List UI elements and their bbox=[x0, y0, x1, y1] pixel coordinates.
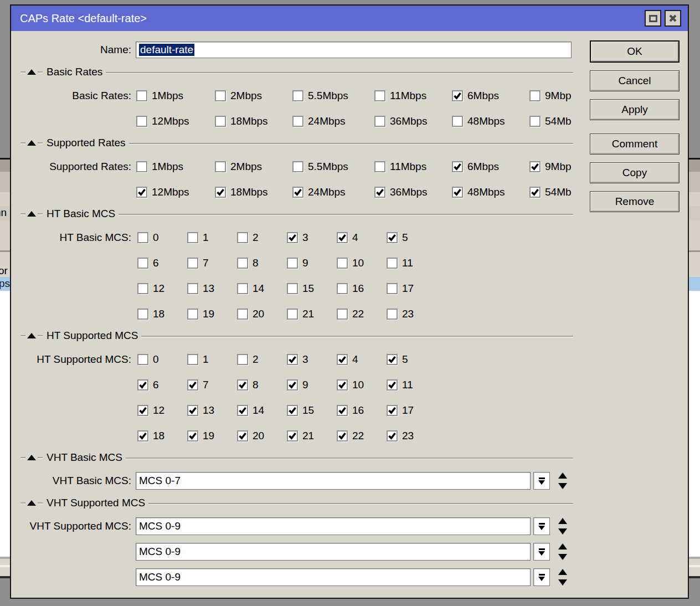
vht-supported-mcs-updown-control-1[interactable] bbox=[557, 518, 568, 535]
copy-button[interactable]: Copy bbox=[590, 162, 680, 183]
section-header-ht-supported-mcs[interactable]: HT Supported MCS bbox=[19, 330, 573, 341]
checkbox-supported-rates-18Mbps[interactable] bbox=[215, 187, 226, 198]
close-button[interactable] bbox=[665, 10, 681, 27]
checkbox-supported-rates-2Mbps[interactable] bbox=[215, 161, 226, 172]
checkbox-ht-basic-mcs-16[interactable] bbox=[337, 283, 348, 294]
collapse-arrow-icon[interactable] bbox=[27, 500, 36, 506]
checkbox-ht-supported-mcs-5[interactable] bbox=[387, 354, 398, 365]
vht-supported-mcs-field-2[interactable]: MCS 0-9 bbox=[136, 543, 531, 561]
checkbox-ht-supported-mcs-23[interactable] bbox=[387, 430, 398, 441]
checkbox-ht-supported-mcs-7[interactable] bbox=[187, 379, 198, 391]
checkbox-ht-basic-mcs-3[interactable] bbox=[287, 232, 298, 243]
checkbox-basic-rates-6Mbps[interactable] bbox=[452, 90, 463, 101]
checkbox-ht-supported-mcs-19[interactable] bbox=[187, 430, 198, 441]
vht-supported-mcs-field-1[interactable]: MCS 0-9 bbox=[136, 517, 531, 535]
checkbox-ht-supported-mcs-6[interactable] bbox=[137, 379, 148, 391]
section-header-ht-basic-mcs[interactable]: HT Basic MCS bbox=[19, 208, 573, 219]
cancel-button[interactable]: Cancel bbox=[590, 70, 680, 91]
vht-supported-mcs-dropdown-button-1[interactable] bbox=[533, 517, 550, 535]
checkbox-ht-basic-mcs-4[interactable] bbox=[337, 232, 348, 243]
checkbox-supported-rates-36Mbps[interactable] bbox=[374, 187, 385, 198]
checkbox-supported-rates-11Mbps[interactable] bbox=[374, 161, 385, 172]
collapse-arrow-icon[interactable] bbox=[27, 140, 36, 146]
checkbox-ht-supported-mcs-9[interactable] bbox=[287, 379, 298, 391]
checkbox-ht-basic-mcs-22[interactable] bbox=[337, 309, 348, 320]
checkbox-ht-supported-mcs-20[interactable] bbox=[237, 430, 248, 441]
vht-basic-mcs-updown-control[interactable] bbox=[557, 473, 568, 489]
section-header-vht-supported[interactable]: VHT Supported MCS bbox=[19, 497, 573, 509]
checkbox-supported-rates-5.5Mbps[interactable] bbox=[292, 161, 303, 172]
checkbox-ht-basic-mcs-0[interactable] bbox=[137, 232, 148, 243]
checkbox-ht-basic-mcs-6[interactable] bbox=[137, 258, 148, 269]
checkbox-ht-basic-mcs-20[interactable] bbox=[237, 309, 248, 320]
checkbox-supported-rates-1Mbps[interactable] bbox=[136, 161, 147, 172]
comment-button[interactable]: Comment bbox=[590, 133, 680, 155]
checkbox-ht-basic-mcs-5[interactable] bbox=[387, 232, 398, 243]
collapse-arrow-icon[interactable] bbox=[27, 333, 36, 338]
collapse-arrow-icon[interactable] bbox=[27, 211, 36, 217]
checkbox-ht-supported-mcs-1[interactable] bbox=[187, 354, 198, 365]
checkbox-basic-rates-9Mbp[interactable] bbox=[529, 90, 541, 101]
checkbox-basic-rates-11Mbps[interactable] bbox=[374, 90, 385, 101]
collapse-arrow-icon[interactable] bbox=[27, 69, 36, 75]
checkbox-basic-rates-48Mbps[interactable] bbox=[452, 116, 463, 127]
checkbox-ht-basic-mcs-13[interactable] bbox=[187, 283, 198, 294]
checkbox-ht-basic-mcs-12[interactable] bbox=[137, 283, 148, 294]
name-input[interactable]: default-rate bbox=[136, 42, 572, 58]
checkbox-basic-rates-18Mbps[interactable] bbox=[215, 116, 226, 127]
vht-basic-mcs-dropdown-button[interactable] bbox=[533, 472, 550, 490]
checkbox-basic-rates-2Mbps[interactable] bbox=[215, 90, 226, 101]
vht-supported-mcs-dropdown-button-2[interactable] bbox=[533, 543, 550, 561]
checkbox-ht-basic-mcs-21[interactable] bbox=[287, 309, 298, 320]
checkbox-ht-supported-mcs-3[interactable] bbox=[287, 354, 298, 365]
checkbox-ht-basic-mcs-18[interactable] bbox=[137, 309, 148, 320]
checkbox-ht-basic-mcs-17[interactable] bbox=[387, 283, 398, 294]
checkbox-basic-rates-24Mbps[interactable] bbox=[292, 116, 303, 127]
checkbox-ht-basic-mcs-9[interactable] bbox=[287, 258, 298, 269]
checkbox-supported-rates-54Mb[interactable] bbox=[529, 187, 541, 198]
checkbox-ht-basic-mcs-19[interactable] bbox=[187, 309, 198, 320]
checkbox-ht-basic-mcs-14[interactable] bbox=[237, 283, 248, 294]
apply-button[interactable]: Apply bbox=[590, 99, 680, 120]
checkbox-ht-supported-mcs-0[interactable] bbox=[137, 354, 148, 365]
checkbox-ht-supported-mcs-10[interactable] bbox=[337, 379, 348, 391]
checkbox-ht-supported-mcs-18[interactable] bbox=[137, 430, 148, 441]
checkbox-ht-basic-mcs-15[interactable] bbox=[287, 283, 298, 294]
section-header-vht-basic[interactable]: VHT Basic MCS bbox=[19, 452, 573, 463]
checkbox-supported-rates-9Mbp[interactable] bbox=[529, 161, 541, 172]
titlebar[interactable]: CAPs Rate <default-rate> bbox=[11, 6, 688, 31]
checkbox-ht-supported-mcs-2[interactable] bbox=[237, 354, 248, 365]
checkbox-ht-supported-mcs-12[interactable] bbox=[137, 405, 148, 416]
remove-button[interactable]: Remove bbox=[590, 191, 680, 212]
checkbox-ht-basic-mcs-23[interactable] bbox=[387, 309, 398, 320]
checkbox-ht-supported-mcs-11[interactable] bbox=[387, 379, 398, 391]
checkbox-ht-supported-mcs-17[interactable] bbox=[387, 405, 398, 416]
vht-supported-mcs-updown-control-3[interactable] bbox=[557, 569, 568, 586]
checkbox-ht-supported-mcs-14[interactable] bbox=[237, 405, 248, 416]
checkbox-supported-rates-6Mbps[interactable] bbox=[452, 161, 463, 172]
checkbox-basic-rates-12Mbps[interactable] bbox=[136, 116, 147, 127]
collapse-arrow-icon[interactable] bbox=[27, 455, 36, 460]
vht-basic-mcs-field[interactable]: MCS 0-7 bbox=[136, 472, 531, 490]
checkbox-supported-rates-24Mbps[interactable] bbox=[292, 187, 303, 198]
vht-supported-mcs-field-3[interactable]: MCS 0-9 bbox=[136, 568, 531, 586]
section-header-basic-rates[interactable]: Basic Rates bbox=[19, 66, 573, 78]
checkbox-ht-basic-mcs-7[interactable] bbox=[187, 258, 198, 269]
checkbox-ht-supported-mcs-15[interactable] bbox=[287, 405, 298, 416]
checkbox-ht-basic-mcs-10[interactable] bbox=[337, 258, 348, 269]
checkbox-ht-basic-mcs-8[interactable] bbox=[237, 258, 248, 269]
checkbox-supported-rates-12Mbps[interactable] bbox=[136, 187, 147, 198]
checkbox-basic-rates-36Mbps[interactable] bbox=[374, 116, 385, 127]
checkbox-ht-basic-mcs-11[interactable] bbox=[387, 258, 398, 269]
checkbox-ht-basic-mcs-2[interactable] bbox=[237, 232, 248, 243]
checkbox-ht-supported-mcs-16[interactable] bbox=[337, 405, 348, 416]
checkbox-ht-supported-mcs-4[interactable] bbox=[337, 354, 348, 365]
checkbox-ht-supported-mcs-8[interactable] bbox=[237, 379, 248, 391]
checkbox-ht-supported-mcs-13[interactable] bbox=[187, 405, 198, 416]
checkbox-supported-rates-48Mbps[interactable] bbox=[452, 187, 463, 198]
checkbox-basic-rates-1Mbps[interactable] bbox=[136, 90, 147, 101]
checkbox-ht-basic-mcs-1[interactable] bbox=[187, 232, 198, 243]
vht-supported-mcs-updown-control-2[interactable] bbox=[557, 543, 568, 560]
vht-supported-mcs-dropdown-button-3[interactable] bbox=[533, 568, 550, 586]
checkbox-basic-rates-5.5Mbps[interactable] bbox=[292, 90, 303, 101]
